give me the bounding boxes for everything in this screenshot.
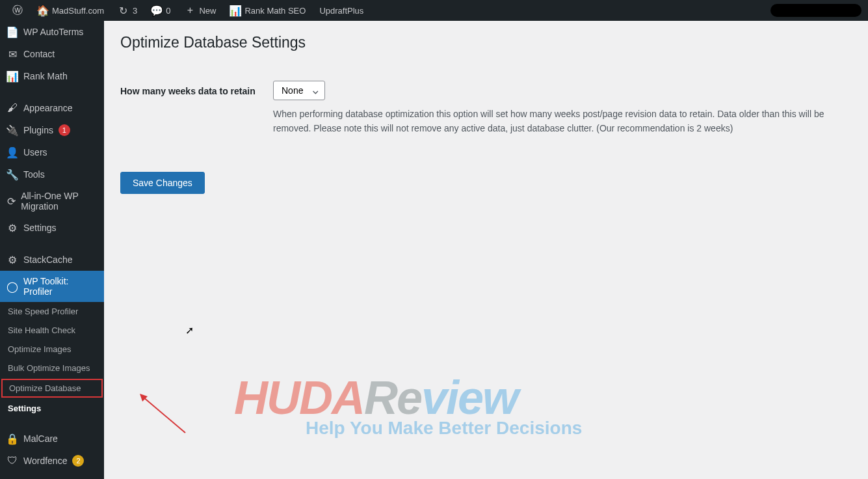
sidebar-item-label: Users	[23, 147, 47, 157]
sidebar-item-label: Appearance	[23, 103, 73, 113]
rankmath-item[interactable]: 📊Rank Math SEO	[224, 0, 311, 21]
wordpress-icon: ⓦ	[12, 5, 23, 16]
site-name: MadStuff.com	[52, 6, 104, 16]
sidebar-item-wptoolkit[interactable]: ◯WP Toolkit: Profiler	[0, 271, 104, 302]
sidebar-item-rankmath[interactable]: 📊Rank Math	[0, 65, 104, 87]
sidebar-item-users[interactable]: 👤Users	[0, 141, 104, 163]
sidebar-item-autoterms[interactable]: 📄WP AutoTerms	[0, 21, 104, 43]
mail-icon: ✉	[7, 48, 18, 60]
comment-icon: 💬	[151, 5, 163, 16]
sidebar-item-stackcache[interactable]: ⚙StackCache	[0, 249, 104, 271]
home-icon: 🏠	[37, 5, 49, 16]
sidebar-item-label: MalCare	[23, 433, 58, 444]
comments-item[interactable]: 💬0	[146, 0, 176, 21]
sidebar-item-label: Settings	[23, 223, 57, 233]
main-content: Optimize Database Settings How many week…	[104, 21, 868, 479]
sidebar-item-contact[interactable]: ✉Contact	[0, 43, 104, 65]
sidebar-item-wordfence[interactable]: 🛡Wordfence2	[0, 450, 104, 472]
sidebar-item-appearance[interactable]: 🖌Appearance	[0, 97, 104, 119]
refresh-count: 3	[133, 6, 137, 16]
circle-icon: ◯	[7, 281, 18, 292]
sidebar-item-label: Rank Math	[23, 71, 68, 81]
form-row-retain: How many weeks data to retain None When …	[120, 81, 852, 136]
comment-count: 0	[166, 6, 170, 16]
sidebar-item-label: Tools	[23, 169, 45, 180]
weeks-select[interactable]: None	[273, 81, 325, 100]
updraft-label: UpdraftPlus	[319, 6, 363, 16]
wordfence-badge: 2	[72, 455, 84, 467]
sidebar-item-migration[interactable]: ⟳All-in-One WP Migration	[0, 185, 104, 217]
save-button[interactable]: Save Changes	[120, 172, 205, 194]
document-icon: 📄	[7, 26, 18, 38]
field-label: How many weeks data to retain	[120, 81, 273, 96]
sidebar-item-label: Wordfence	[23, 456, 67, 466]
field-container: None When performing database optimizati…	[273, 81, 852, 136]
new-label: New	[199, 6, 216, 16]
submenu-speed-profiler[interactable]: Site Speed Profiler	[0, 302, 104, 321]
sidebar-item-label: WP AutoTerms	[23, 27, 83, 37]
sidebar-item-tools[interactable]: 🔧Tools	[0, 163, 104, 185]
new-item[interactable]: +New	[179, 0, 221, 21]
submenu-optimize-database[interactable]: Optimize Database	[1, 379, 103, 398]
submenu-health-check[interactable]: Site Health Check	[0, 321, 104, 340]
brush-icon: 🖌	[7, 102, 18, 114]
admin-sidebar: 📄WP AutoTerms ✉Contact 📊Rank Math 🖌Appea…	[0, 21, 104, 479]
gear-icon: ⚙	[7, 254, 18, 266]
submenu-bulk-optimize[interactable]: Bulk Optimize Images	[0, 359, 104, 377]
plugin-badge: 1	[59, 124, 70, 136]
chart-icon: 📊	[7, 70, 18, 82]
site-link[interactable]: 🏠MadStuff.com	[32, 0, 109, 21]
sidebar-item-label: StackCache	[23, 254, 72, 265]
migration-icon: ⟳	[7, 195, 16, 207]
toolbar-profile[interactable]	[770, 4, 861, 17]
updraft-item[interactable]: UpdraftPlus	[314, 0, 369, 21]
sidebar-item-label: All-in-One WP Migration	[21, 191, 98, 212]
sidebar-item-label: Plugins	[23, 125, 53, 135]
refresh-item[interactable]: ↻3	[112, 0, 142, 21]
plugin-icon: 🔌	[7, 124, 18, 136]
plus-icon: +	[184, 5, 196, 16]
wordpress-logo[interactable]: ⓦ	[7, 0, 29, 21]
sidebar-item-plugins[interactable]: 🔌Plugins1	[0, 119, 104, 141]
chart-icon: 📊	[230, 5, 241, 16]
submenu-settings[interactable]: Settings	[0, 399, 104, 418]
user-icon: 👤	[7, 146, 18, 158]
admin-toolbar: ⓦ 🏠MadStuff.com ↻3 💬0 +New 📊Rank Math SE…	[0, 0, 868, 21]
sidebar-item-settings[interactable]: ⚙Settings	[0, 217, 104, 239]
wrench-icon: 🔧	[7, 169, 18, 180]
rankmath-label: Rank Math SEO	[244, 6, 306, 16]
page-title: Optimize Database Settings	[120, 34, 852, 51]
sidebar-item-label: WP Toolkit: Profiler	[23, 276, 98, 297]
refresh-icon: ↻	[118, 5, 129, 16]
field-description: When performing database optimization th…	[273, 107, 852, 136]
sidebar-item-label: Contact	[23, 49, 55, 59]
submenu-optimize-images[interactable]: Optimize Images	[0, 340, 104, 359]
sidebar-item-malcare[interactable]: 🔒MalCare	[0, 428, 104, 450]
lock-icon: 🔒	[7, 433, 18, 445]
shield-icon: 🛡	[7, 455, 18, 467]
sliders-icon: ⚙	[7, 222, 18, 234]
